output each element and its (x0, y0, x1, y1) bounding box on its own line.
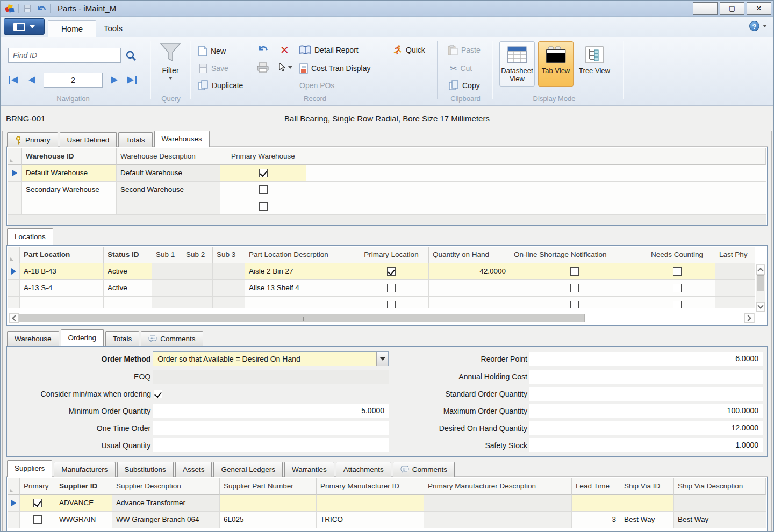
undo-record-icon[interactable] (257, 44, 269, 54)
supplier-description-cell[interactable]: Advance Transformer (112, 495, 220, 512)
tab-detail-comments[interactable]: Comments (141, 331, 203, 346)
needs-counting-checkbox[interactable] (673, 267, 682, 276)
datasheet-view-button[interactable]: Datasheet View (499, 41, 535, 87)
row-selector[interactable] (8, 495, 20, 512)
col-status-id[interactable]: Status ID (104, 247, 152, 263)
ship-via-description-cell[interactable]: Best Way (674, 512, 766, 528)
col-warehouse-id[interactable]: Warehouse ID (22, 148, 117, 165)
col-sub3[interactable]: Sub 3 (213, 247, 245, 263)
copy-button[interactable]: Copy (449, 79, 480, 92)
maximize-button[interactable]: ▢ (720, 2, 744, 15)
order-method-combobox[interactable]: Order so that Available = Desired On Han… (153, 351, 389, 366)
tab-substitutions[interactable]: Substitutions (117, 462, 174, 477)
cost-tran-display-button[interactable]: Cost Tran Display (299, 62, 370, 75)
find-id-input[interactable] (8, 48, 121, 63)
reorder-field[interactable]: 6.0000 (529, 352, 763, 366)
horizontal-scrollbar[interactable] (9, 313, 755, 323)
col-part-location-description[interactable]: Part Location Descrption (245, 247, 354, 263)
previous-record-button[interactable] (25, 74, 39, 87)
part-location-description-cell[interactable] (245, 297, 354, 308)
tab-locations[interactable]: Locations (7, 228, 53, 245)
grid-corner[interactable] (8, 148, 22, 165)
next-record-button[interactable] (107, 74, 121, 87)
tab-detail-totals[interactable]: Totals (105, 331, 139, 346)
last-phy-cell[interactable] (715, 297, 755, 308)
primary-supplier-checkbox[interactable] (33, 515, 42, 524)
primary-warehouse-checkbox[interactable] (259, 202, 268, 211)
needs-counting-checkbox[interactable] (673, 301, 682, 308)
sub2-cell[interactable] (182, 280, 213, 297)
ship-via-description-cell[interactable] (674, 495, 766, 512)
sub3-cell[interactable] (213, 297, 245, 308)
col-supplier-part-number[interactable]: Supplier Part Number (220, 478, 317, 495)
status-id-cell[interactable]: Active (104, 280, 152, 297)
sub1-cell[interactable] (152, 263, 182, 280)
vertical-scroll-thumb[interactable] (757, 275, 764, 291)
desired-field[interactable]: 12.0000 (529, 421, 763, 435)
supplier-row[interactable]: WWGRAIN WW Grainger Branch 064 6L025 TRI… (8, 512, 766, 528)
shortage-checkbox[interactable] (570, 301, 579, 308)
tab-tools[interactable]: Tools (91, 20, 135, 37)
quick-button[interactable]: Quick (392, 44, 425, 56)
tab-warehouses[interactable]: Warehouses (154, 131, 210, 147)
status-id-cell[interactable]: Active (104, 263, 152, 280)
warehouse-id-cell[interactable]: Secondary Warehouse (22, 182, 117, 198)
col-sub1[interactable]: Sub 1 (152, 247, 182, 263)
scroll-right-button[interactable] (744, 313, 754, 323)
tab-user-defined[interactable]: User Defined (60, 132, 117, 147)
grid-corner[interactable] (8, 247, 20, 263)
needs-counting-cell[interactable] (639, 263, 715, 280)
sub1-cell[interactable] (152, 280, 182, 297)
tab-totals[interactable]: Totals (118, 132, 152, 147)
shortage-cell[interactable] (510, 263, 639, 280)
tab-warehouse[interactable]: Warehouse (7, 331, 59, 346)
col-primary-warehouse[interactable]: Primary Warehouse (220, 148, 306, 165)
row-selector[interactable] (8, 182, 22, 198)
sub3-cell[interactable] (213, 280, 245, 297)
col-supplier-description[interactable]: Supplier Description (112, 478, 220, 495)
col-lead-time[interactable]: Lead Time (572, 478, 620, 495)
new-button[interactable]: New (198, 45, 226, 57)
row-selector[interactable] (8, 198, 22, 215)
supplier-part-number-cell[interactable]: 6L025 (220, 512, 317, 528)
primary-location-cell[interactable] (354, 263, 429, 280)
one-time-field[interactable] (153, 421, 389, 435)
warehouse-row[interactable] (8, 198, 766, 215)
vertical-scrollbar[interactable] (756, 264, 765, 312)
scroll-down-button[interactable] (756, 302, 765, 312)
supplier-id-cell[interactable]: ADVANCE (55, 495, 112, 512)
col-primary-location[interactable]: Primary Location (354, 247, 429, 263)
part-location-cell[interactable]: A-18 B-43 (20, 263, 104, 280)
primary-manufacturer-id-cell[interactable]: TRICO (317, 512, 424, 528)
row-selector[interactable] (8, 512, 20, 528)
sub1-cell[interactable] (152, 297, 182, 308)
warehouse-id-cell[interactable] (22, 198, 117, 215)
primary-cell[interactable] (20, 512, 55, 528)
location-row[interactable]: A-18 B-43 Active Aisle 2 Bin 27 42.0000 (8, 263, 755, 280)
part-location-description-cell[interactable]: Aisle 2 Bin 27 (245, 263, 354, 280)
supplier-description-cell[interactable]: WW Grainger Branch 064 (112, 512, 220, 528)
primary-manufacturer-id-cell[interactable] (317, 495, 424, 512)
col-supplier-id[interactable]: Supplier ID (55, 478, 112, 495)
sub3-cell[interactable] (213, 263, 245, 280)
supplier-id-cell[interactable]: WWGRAIN (55, 512, 112, 528)
primary-warehouse-cell[interactable] (220, 198, 306, 215)
cut-button[interactable]: ✂ Cut (450, 62, 472, 75)
tab-suppliers[interactable]: Suppliers (7, 460, 52, 477)
minimize-button[interactable]: – (693, 2, 718, 15)
minmax-checkbox[interactable] (154, 390, 162, 398)
needs-counting-cell[interactable] (639, 280, 715, 297)
open-pos-button[interactable]: Open POs (299, 79, 334, 92)
warehouse-description-cell[interactable]: Default Warehouse (117, 165, 220, 182)
quantity-on-hand-cell[interactable]: 42.0000 (429, 263, 510, 280)
scroll-up-button[interactable] (756, 265, 765, 275)
grid-corner[interactable] (8, 478, 20, 495)
shortage-cell[interactable] (510, 280, 639, 297)
scroll-left-button[interactable] (9, 313, 19, 323)
min-qty-field[interactable]: 5.0000 (153, 404, 389, 418)
warehouse-id-cell[interactable]: Default Warehouse (22, 165, 117, 182)
eoq-field[interactable] (153, 370, 389, 384)
quantity-on-hand-cell[interactable] (429, 280, 510, 297)
paste-button[interactable]: Paste (448, 44, 481, 56)
col-sub2[interactable]: Sub 2 (182, 247, 213, 263)
